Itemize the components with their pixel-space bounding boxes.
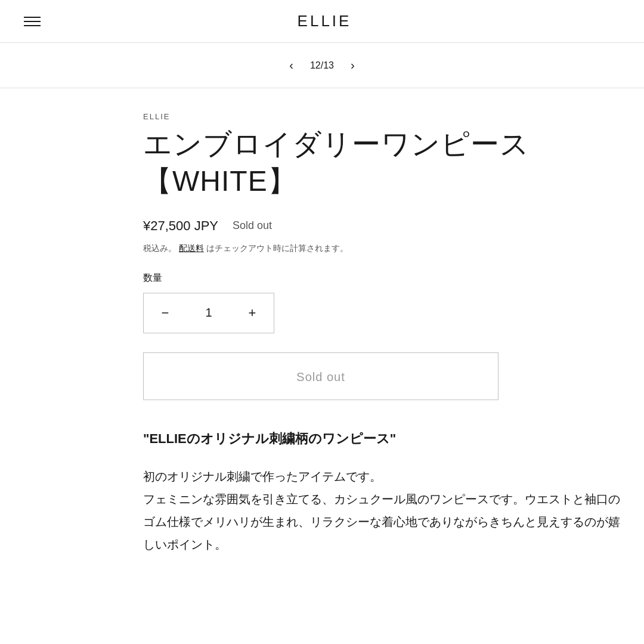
product-price: ¥27,500 JPY — [143, 218, 218, 234]
description-text: 初のオリジナル刺繍で作ったアイテムです。 フェミニンな雰囲気を引き立てる、カシュ… — [143, 470, 620, 551]
header-right — [608, 16, 620, 27]
description-headline: "ELLIEのオリジナル刺繍柄のワンピース" — [143, 429, 620, 448]
product-brand: ELLIE — [143, 112, 620, 121]
sold-out-button: Sold out — [143, 352, 499, 400]
pagination-bar: ‹ 12/13 › — [0, 43, 644, 88]
quantity-control: − 1 + — [143, 293, 274, 333]
quantity-increase-button[interactable]: + — [231, 293, 274, 333]
quantity-label: 数量 — [143, 272, 620, 284]
tax-note: 税込み。 — [143, 243, 177, 253]
sold-out-badge: Sold out — [233, 219, 272, 232]
shipping-link[interactable]: 配送料 — [179, 243, 204, 253]
shipping-note: はチェックアウト時に計算されます。 — [206, 243, 348, 253]
pagination-display: 12/13 — [310, 60, 334, 71]
menu-button[interactable] — [24, 17, 41, 26]
tax-info: 税込み。 配送料 はチェックアウト時に計算されます。 — [143, 243, 620, 254]
main-content: ELLIE エンブロイダリーワンピース【WHITE】 ¥27,500 JPY S… — [0, 88, 644, 580]
header-left — [24, 17, 41, 26]
prev-arrow[interactable]: ‹ — [284, 56, 298, 75]
price-row: ¥27,500 JPY Sold out — [143, 218, 620, 234]
next-arrow[interactable]: › — [346, 56, 360, 75]
quantity-decrease-button[interactable]: − — [144, 293, 187, 333]
header: ELLIE — [0, 0, 644, 43]
brand-logo[interactable]: ELLIE — [298, 12, 352, 30]
description-body: 初のオリジナル刺繍で作ったアイテムです。 フェミニンな雰囲気を引き立てる、カシュ… — [143, 465, 620, 556]
product-title: エンブロイダリーワンピース【WHITE】 — [143, 126, 620, 200]
quantity-value: 1 — [187, 306, 231, 320]
